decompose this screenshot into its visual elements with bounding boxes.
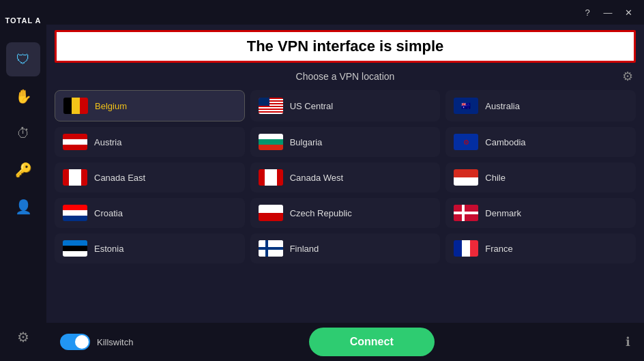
flag-belgium xyxy=(63,98,88,114)
location-name-estonia: Estonia xyxy=(94,244,123,254)
sidebar: TOTAL A 🛡 ✋ ⏱ 🔑 👤 ⚙ xyxy=(0,0,46,361)
location-item-australia[interactable]: 🇦🇺Australia xyxy=(445,90,636,121)
location-item-canada-east[interactable]: Canada East xyxy=(55,162,245,192)
flag-finland xyxy=(259,240,283,257)
sidebar-item-key[interactable]: 🔑 xyxy=(6,153,40,187)
settings-icon: ⚙ xyxy=(17,329,29,345)
location-item-austria[interactable]: Austria xyxy=(55,127,245,157)
svg-rect-7 xyxy=(259,98,269,106)
annotation-banner: The VPN interface is simple xyxy=(55,30,636,63)
sidebar-item-fingerprint[interactable]: ✋ xyxy=(6,79,40,113)
location-item-finland[interactable]: Finland xyxy=(250,233,441,263)
location-name-denmark: Denmark xyxy=(485,208,521,218)
location-name-france: France xyxy=(485,244,512,254)
user-add-icon: 👤 xyxy=(15,199,32,215)
svg-rect-13 xyxy=(259,247,283,250)
logo-text: TOTAL A xyxy=(5,16,41,25)
toggle-knob xyxy=(75,335,89,349)
key-icon: 🔑 xyxy=(15,162,32,178)
flag-france xyxy=(454,240,478,257)
info-icon[interactable]: ℹ xyxy=(610,334,630,349)
svg-rect-10 xyxy=(454,212,478,214)
location-item-us-central[interactable]: US Central xyxy=(250,90,441,121)
flag-australia: 🇦🇺 xyxy=(454,98,478,114)
vpn-location-header: Choose a VPN location ⚙ xyxy=(46,66,644,87)
location-item-canada-west[interactable]: Canada West xyxy=(250,162,441,192)
flag-us-central xyxy=(259,98,283,114)
location-item-bulgaria[interactable]: Bulgaria xyxy=(250,127,441,157)
annotation-text: The VPN interface is simple xyxy=(247,38,444,55)
location-item-czech-republic[interactable]: Czech Republic xyxy=(250,198,441,228)
location-name-cambodia: Cambodia xyxy=(485,137,525,147)
svg-rect-6 xyxy=(259,113,283,114)
killswitch-label: Killswitch xyxy=(97,337,133,347)
location-name-austria: Austria xyxy=(94,137,121,147)
minimize-button[interactable]: — xyxy=(600,5,615,20)
location-item-belgium[interactable]: Belgium xyxy=(55,90,245,121)
vpn-location-title: Choose a VPN location xyxy=(296,71,395,82)
location-item-croatia[interactable]: Croatia xyxy=(55,198,245,228)
location-name-canada-east: Canada East xyxy=(94,173,145,183)
location-item-france[interactable]: France xyxy=(445,233,636,263)
location-name-canada-west: Canada West xyxy=(290,173,344,183)
location-name-us-central: US Central xyxy=(290,101,334,111)
title-bar: ? — ✕ xyxy=(46,0,644,25)
location-name-finland: Finland xyxy=(290,244,319,254)
sidebar-item-speedometer[interactable]: ⏱ xyxy=(6,116,40,150)
connect-button[interactable]: Connect xyxy=(309,328,435,356)
app-window: TOTAL A 🛡 ✋ ⏱ 🔑 👤 ⚙ ? — ✕ xyxy=(0,0,644,361)
sidebar-item-user-add[interactable]: 👤 xyxy=(6,190,40,224)
killswitch-toggle[interactable] xyxy=(60,334,90,350)
location-name-czech-republic: Czech Republic xyxy=(290,208,352,218)
close-button[interactable]: ✕ xyxy=(621,5,636,20)
svg-rect-5 xyxy=(259,110,283,111)
gear-icon[interactable]: ⚙ xyxy=(622,69,633,84)
flag-canada-east xyxy=(63,169,87,186)
location-name-bulgaria: Bulgaria xyxy=(290,137,323,147)
flag-cambodia: ⚙ xyxy=(454,134,478,150)
location-name-belgium: Belgium xyxy=(95,101,127,111)
location-grid: BelgiumUS Central🇦🇺AustraliaAustriaBulga… xyxy=(55,90,636,263)
killswitch-container: Killswitch xyxy=(60,334,133,350)
flag-chile xyxy=(454,169,478,186)
svg-rect-4 xyxy=(259,107,283,109)
window-controls: ? — ✕ xyxy=(580,5,636,20)
speedometer-icon: ⏱ xyxy=(16,126,30,141)
flag-croatia xyxy=(63,205,87,221)
flag-canada-west xyxy=(259,169,283,186)
location-name-chile: Chile xyxy=(485,173,506,183)
location-grid-container[interactable]: BelgiumUS Central🇦🇺AustraliaAustriaBulga… xyxy=(46,87,644,323)
location-name-croatia: Croatia xyxy=(94,208,123,218)
location-item-denmark[interactable]: Denmark xyxy=(445,198,636,228)
shield-icon: 🛡 xyxy=(16,52,30,68)
location-item-chile[interactable]: Chile xyxy=(445,162,636,192)
help-button[interactable]: ? xyxy=(580,5,595,20)
bottom-bar: Killswitch Connect ℹ xyxy=(46,323,644,361)
flag-bulgaria xyxy=(259,134,283,150)
flag-denmark xyxy=(454,205,478,221)
flag-austria xyxy=(63,134,87,150)
sidebar-item-shield[interactable]: 🛡 xyxy=(6,42,40,76)
location-name-australia: Australia xyxy=(485,101,520,111)
fingerprint-icon: ✋ xyxy=(15,88,32,104)
main-content: ? — ✕ The VPN interface is simple Choose… xyxy=(46,0,644,361)
flag-czech-republic xyxy=(259,205,283,221)
app-logo: TOTAL A xyxy=(0,7,46,34)
location-item-cambodia[interactable]: ⚙Cambodia xyxy=(445,127,636,157)
flag-estonia xyxy=(63,240,87,257)
location-item-estonia[interactable]: Estonia xyxy=(55,233,245,263)
sidebar-item-settings[interactable]: ⚙ xyxy=(6,320,40,354)
